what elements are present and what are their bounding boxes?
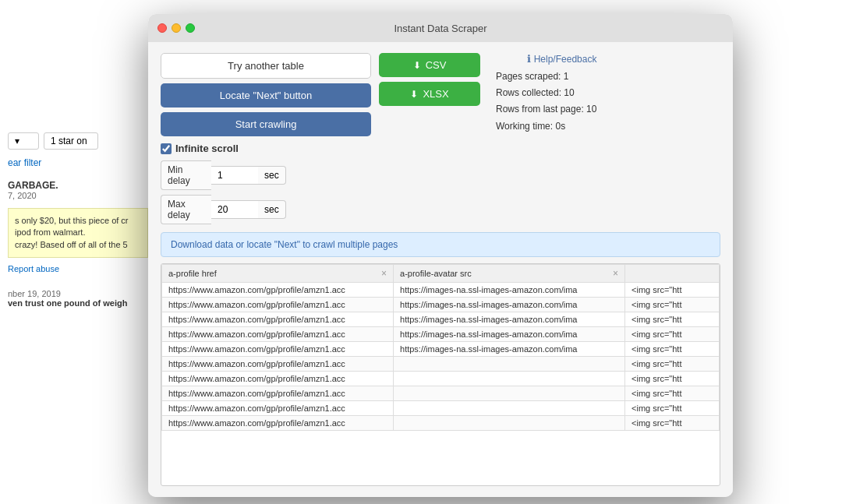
col1-remove-button[interactable]: × bbox=[381, 268, 387, 279]
cell-col3-row1: <img src="htt bbox=[625, 298, 720, 312]
traffic-lights bbox=[157, 23, 195, 33]
table-row: https://www.amazon.com/gp/profile/amzn1.… bbox=[162, 283, 720, 298]
bg-star-filter: 1 star on bbox=[44, 132, 98, 150]
rows-collected-stat: Rows collected: 10 bbox=[496, 86, 596, 100]
cell-col1-row4: https://www.amazon.com/gp/profile/amzn1.… bbox=[162, 342, 394, 357]
table-body: https://www.amazon.com/gp/profile/amzn1.… bbox=[162, 283, 720, 431]
start-crawling-button[interactable]: Start crawling bbox=[161, 112, 371, 136]
csv-label: CSV bbox=[426, 59, 447, 71]
title-bar: Instant Data Scraper bbox=[148, 14, 733, 42]
table-header-row: a-profile href × a-profile-avatar src × bbox=[162, 265, 720, 283]
xlsx-button[interactable]: XLSX bbox=[379, 82, 480, 106]
bg-report-abuse[interactable]: Report abuse bbox=[8, 264, 148, 273]
table-row: https://www.amazon.com/gp/profile/amzn1.… bbox=[162, 312, 720, 327]
cell-col1-row8: https://www.amazon.com/gp/profile/amzn1.… bbox=[162, 401, 394, 416]
bg-review1-text3: crazy! Based off of all of the 5 bbox=[15, 239, 141, 251]
cell-col1-row7: https://www.amazon.com/gp/profile/amzn1.… bbox=[162, 386, 394, 401]
close-button[interactable] bbox=[157, 23, 167, 33]
max-delay-unit: sec bbox=[258, 200, 286, 219]
bg-review2: nber 19, 2019 ven trust one pound of wei… bbox=[8, 289, 148, 308]
infinite-scroll-row: Infinite scroll bbox=[161, 143, 720, 154]
max-delay-row: Max delay sec bbox=[161, 195, 720, 224]
cell-col2-row2: https://images-na.ssl-images-amazon.com/… bbox=[394, 312, 625, 327]
csv-button[interactable]: CSV bbox=[379, 53, 480, 77]
delay-controls: Min delay sec Max delay sec bbox=[161, 160, 720, 224]
working-time-stat: Working time: 0s bbox=[496, 119, 596, 134]
bg-filter-row: ▾ 1 star on bbox=[8, 132, 148, 150]
infinite-scroll-label[interactable]: Infinite scroll bbox=[161, 143, 239, 154]
cell-col1-row5: https://www.amazon.com/gp/profile/amzn1.… bbox=[162, 357, 394, 372]
bg-review1-title: GARBAGE. bbox=[8, 180, 148, 191]
popup-body: Try another table Locate "Next" button S… bbox=[148, 42, 733, 497]
cell-col1-row3: https://www.amazon.com/gp/profile/amzn1.… bbox=[162, 327, 394, 342]
download-xlsx-icon bbox=[410, 88, 418, 100]
min-delay-label: Min delay bbox=[161, 160, 211, 190]
col2-label: a-profile-avatar src bbox=[400, 269, 472, 278]
table-row: https://www.amazon.com/gp/profile/amzn1.… bbox=[162, 327, 720, 342]
bg-clear-filter: ear filter bbox=[8, 157, 148, 168]
data-table: a-profile href × a-profile-avatar src × bbox=[161, 264, 720, 431]
infinite-scroll-checkbox[interactable] bbox=[161, 143, 172, 154]
min-delay-wrapper: Min delay sec bbox=[161, 160, 286, 190]
bg-review1-text1: s only $20, but this piece of cr bbox=[15, 215, 141, 227]
download-csv-icon bbox=[413, 59, 421, 71]
cell-col2-row5 bbox=[394, 357, 625, 372]
col1-label: a-profile href bbox=[168, 269, 217, 278]
min-delay-input[interactable] bbox=[211, 166, 258, 185]
cell-col2-row3: https://images-na.ssl-images-amazon.com/… bbox=[394, 327, 625, 342]
help-feedback-link[interactable]: ℹ Help/Feedback bbox=[496, 53, 596, 65]
bg-review1-date: 7, 2020 bbox=[8, 191, 148, 200]
cell-col2-row1: https://images-na.ssl-images-amazon.com/… bbox=[394, 298, 625, 312]
max-delay-wrapper: Max delay sec bbox=[161, 195, 286, 224]
cell-col3-row9: <img src="htt bbox=[625, 416, 720, 431]
minimize-button[interactable] bbox=[172, 23, 181, 33]
table-row: https://www.amazon.com/gp/profile/amzn1.… bbox=[162, 342, 720, 357]
cell-col1-row9: https://www.amazon.com/gp/profile/amzn1.… bbox=[162, 416, 394, 431]
data-table-container[interactable]: a-profile href × a-profile-avatar src × bbox=[161, 263, 720, 486]
cell-col3-row6: <img src="htt bbox=[625, 372, 720, 386]
cell-col3-row3: <img src="htt bbox=[625, 327, 720, 342]
table-row: https://www.amazon.com/gp/profile/amzn1.… bbox=[162, 401, 720, 416]
window-title: Instant Data Scraper bbox=[394, 23, 486, 34]
try-another-table-button[interactable]: Try another table bbox=[161, 53, 371, 79]
col-header-1: a-profile href × bbox=[162, 265, 394, 283]
bg-review1: GARBAGE. 7, 2020 s only $20, but this pi… bbox=[8, 180, 148, 273]
bg-review2-date: nber 19, 2019 bbox=[8, 289, 148, 298]
cell-col1-row2: https://www.amazon.com/gp/profile/amzn1.… bbox=[162, 312, 394, 327]
top-controls: Try another table Locate "Next" button S… bbox=[161, 53, 720, 136]
cell-col2-row8 bbox=[394, 401, 625, 416]
export-buttons: CSV XLSX bbox=[379, 53, 480, 106]
cell-col3-row0: <img src="htt bbox=[625, 283, 720, 298]
col2-remove-button[interactable]: × bbox=[613, 268, 618, 279]
bg-review1-box: s only $20, but this piece of cr ipod fr… bbox=[8, 208, 148, 258]
stats-panel: ℹ Help/Feedback Pages scraped: 1 Rows co… bbox=[488, 53, 596, 134]
locate-next-button[interactable]: Locate "Next" button bbox=[161, 83, 371, 107]
cell-col1-row0: https://www.amazon.com/gp/profile/amzn1.… bbox=[162, 283, 394, 298]
table-row: https://www.amazon.com/gp/profile/amzn1.… bbox=[162, 372, 720, 386]
cell-col2-row4: https://images-na.ssl-images-amazon.com/… bbox=[394, 342, 625, 357]
infinite-scroll-text: Infinite scroll bbox=[175, 143, 239, 154]
cell-col3-row2: <img src="htt bbox=[625, 312, 720, 327]
cell-col2-row0: https://images-na.ssl-images-amazon.com/… bbox=[394, 283, 625, 298]
min-delay-row: Min delay sec bbox=[161, 160, 720, 190]
cell-col3-row7: <img src="htt bbox=[625, 386, 720, 401]
col-header-3 bbox=[625, 265, 720, 283]
bg-select: ▾ bbox=[8, 132, 39, 150]
min-delay-unit: sec bbox=[258, 166, 286, 185]
cell-col2-row6 bbox=[394, 372, 625, 386]
cell-col3-row5: <img src="htt bbox=[625, 357, 720, 372]
table-row: https://www.amazon.com/gp/profile/amzn1.… bbox=[162, 357, 720, 372]
info-icon: ℹ bbox=[527, 53, 531, 65]
help-label: Help/Feedback bbox=[534, 54, 597, 65]
cell-col1-row6: https://www.amazon.com/gp/profile/amzn1.… bbox=[162, 372, 394, 386]
table-row: https://www.amazon.com/gp/profile/amzn1.… bbox=[162, 298, 720, 312]
table-row: https://www.amazon.com/gp/profile/amzn1.… bbox=[162, 386, 720, 401]
fullscreen-button[interactable] bbox=[186, 23, 195, 33]
max-delay-input[interactable] bbox=[211, 200, 258, 219]
cell-col1-row1: https://www.amazon.com/gp/profile/amzn1.… bbox=[162, 298, 394, 312]
bg-review1-text2: ipod from walmart. bbox=[15, 227, 141, 238]
rows-last-page-stat: Rows from last page: 10 bbox=[496, 102, 596, 117]
col-header-2: a-profile-avatar src × bbox=[394, 265, 625, 283]
xlsx-label: XLSX bbox=[423, 88, 448, 100]
popup-window: Instant Data Scraper Try another table L… bbox=[148, 14, 733, 497]
